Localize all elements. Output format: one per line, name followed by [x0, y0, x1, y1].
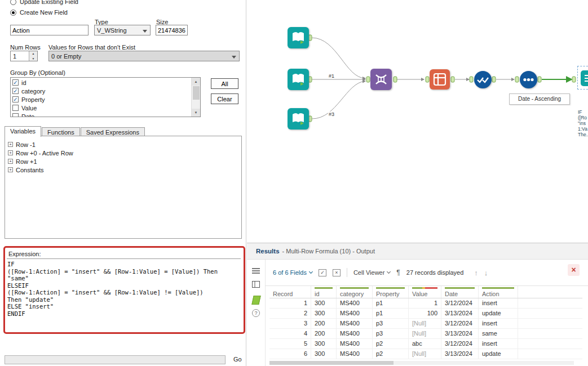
group-by-label: Group By (Optional) — [10, 69, 65, 76]
table-cell: p3 — [373, 329, 409, 338]
formula-tool-annotation: IF ([Ro "ins 1:Va The.. — [578, 109, 588, 137]
checkbox-unchecked-icon[interactable] — [12, 113, 19, 117]
num-rows-stepper[interactable]: 1 ▲ ▼ — [10, 51, 38, 61]
select-all-icon[interactable]: ✓ — [319, 269, 326, 276]
radio-create-new-field[interactable]: Create New Field — [10, 9, 68, 16]
radio-icon[interactable] — [10, 0, 16, 5]
formula-icon — [578, 66, 588, 90]
down-arrow-icon[interactable]: ↓ — [484, 269, 488, 277]
table-row[interactable]: 1300MS400p113/12/2024insert — [269, 298, 582, 309]
alteryx-designer-window: Update Existing Field Create New Field T… — [0, 0, 588, 366]
expand-icon[interactable]: + — [8, 159, 13, 164]
column-header-action[interactable]: Action — [479, 286, 518, 298]
data-quality-bar — [340, 287, 369, 289]
column-header-category[interactable]: category — [337, 286, 373, 298]
workflow-canvas[interactable]: #1 #3 Date - Ascending IF ([Ro "ins 1:Va… — [247, 0, 588, 243]
fields-dropdown[interactable]: 6 of 6 Fields — [273, 269, 312, 276]
menu-icon[interactable] — [252, 267, 261, 275]
sort-tool[interactable] — [474, 71, 492, 88]
column-header-label: Property — [376, 290, 405, 298]
clear-button[interactable]: Clear — [211, 93, 238, 104]
data-quality-bar — [376, 287, 405, 289]
column-header-id[interactable]: id — [311, 286, 337, 298]
layout-panel-icon[interactable] — [252, 281, 261, 289]
input-data-tool-1[interactable] — [288, 27, 309, 48]
new-field-name-input[interactable] — [10, 25, 89, 35]
connection-input3-formula[interactable] — [312, 81, 365, 119]
column-header-record[interactable]: Record — [269, 286, 311, 298]
groupby-item-date[interactable]: Date — [11, 112, 191, 117]
data-quality-bar — [482, 287, 514, 289]
data-quality-bar — [445, 287, 475, 289]
table-cell: 3 — [269, 319, 311, 328]
whitespace-toggle-icon[interactable]: ¶ — [396, 269, 400, 276]
table-row[interactable]: 4200MS400p3[Null]3/13/2024same — [269, 329, 582, 339]
groupby-item-property[interactable]: ✓Property — [11, 95, 191, 104]
formula-tool-partial[interactable] — [577, 66, 588, 90]
data-quality-bar — [273, 287, 307, 289]
checkbox-checked-icon[interactable]: ✓ — [12, 79, 19, 86]
results-sidebar: ? — [247, 260, 266, 366]
column-header-date[interactable]: Date — [441, 286, 479, 298]
scrollbar-thumb[interactable] — [193, 86, 200, 100]
up-arrow-icon[interactable]: ↑ — [474, 269, 478, 277]
checkbox-checked-icon[interactable]: ✓ — [12, 88, 19, 94]
input-data-tool-3[interactable] — [288, 108, 309, 130]
deselect-all-icon[interactable]: × — [333, 269, 341, 276]
spin-down-icon[interactable]: ▼ — [29, 56, 37, 61]
expand-icon[interactable]: + — [8, 167, 13, 172]
radio-update-existing-field[interactable]: Update Existing Field — [10, 0, 78, 5]
multi-row-formula-tool[interactable] — [370, 69, 392, 90]
column-header-property[interactable]: Property — [373, 286, 409, 298]
search-input[interactable] — [5, 355, 226, 364]
expression-editor[interactable]: IF ([Row-1:Action] = "insert" && [Row-1:… — [7, 261, 241, 317]
type-dropdown[interactable]: V_WString — [94, 25, 151, 35]
scroll-up-icon[interactable]: ▲ — [192, 78, 200, 86]
output-anchor-icon[interactable] — [251, 296, 260, 305]
table-row[interactable]: 2300MS400p11003/13/2024update — [269, 309, 582, 319]
group-by-listbox[interactable]: ✓id✓category✓PropertyValueDate ▲ ▼ — [10, 77, 201, 117]
close-icon[interactable]: × — [568, 264, 580, 276]
tab-variables[interactable]: Variables — [5, 126, 41, 137]
cell-viewer-dropdown[interactable]: Cell Viewer — [353, 269, 390, 276]
expand-icon[interactable]: + — [8, 150, 13, 155]
table-row[interactable]: 6300MS400p2[Null]3/13/2024update — [269, 349, 582, 359]
tree-item-constants[interactable]: +Constants — [8, 166, 238, 174]
variables-tree-panel[interactable]: +Row -1+Row +0 - Active Row+Row +1+Const… — [5, 136, 242, 239]
table-cell: [Null] — [409, 329, 441, 338]
data-quality-bar — [412, 287, 437, 289]
num-rows-label: Num Rows — [10, 44, 41, 51]
checkbox-checked-icon[interactable]: ✓ — [12, 96, 19, 102]
horizontal-scrollbar[interactable] — [269, 361, 574, 365]
summarize-tool[interactable] — [520, 71, 537, 88]
all-button[interactable]: All — [211, 78, 238, 89]
expand-icon[interactable]: + — [8, 142, 13, 147]
column-header-value[interactable]: Value — [409, 286, 441, 298]
groupby-item-id[interactable]: ✓id — [11, 78, 191, 87]
table-cell: 300 — [311, 349, 337, 359]
scrollbar-thumb[interactable] — [269, 361, 394, 365]
listbox-scrollbar[interactable]: ▲ ▼ — [191, 78, 200, 117]
size-input[interactable] — [156, 25, 188, 35]
table-cell: insert — [479, 298, 518, 308]
spin-up-icon[interactable]: ▲ — [29, 51, 37, 56]
connection-input1-formula[interactable] — [312, 38, 365, 78]
sort-tool-annotation[interactable]: Date - Ascending — [509, 93, 570, 105]
groupby-item-value[interactable]: Value — [11, 104, 191, 112]
help-icon[interactable]: ? — [252, 309, 260, 317]
radio-selected-icon[interactable] — [10, 10, 16, 16]
results-toolbar: 6 of 6 Fields ✓ × Cell Viewer ¶ 27 recor… — [266, 260, 588, 286]
table-row[interactable]: 5300MS400p2abc3/12/2024insert — [269, 339, 582, 349]
table-cell: p2 — [373, 339, 409, 349]
tree-item-row-1[interactable]: +Row +1 — [8, 157, 238, 166]
input-data-tool-2[interactable] — [288, 69, 309, 90]
values-rows-dropdown[interactable]: 0 or Empty — [48, 51, 240, 61]
tree-item-row-1[interactable]: +Row -1 — [8, 140, 238, 149]
table-row[interactable]: 3200MS400p3[Null]3/12/2024insert — [269, 319, 582, 329]
tree-item-row-0-active-row[interactable]: +Row +0 - Active Row — [8, 149, 238, 157]
cross-tab-tool[interactable] — [430, 69, 450, 90]
scroll-down-icon[interactable]: ▼ — [192, 109, 200, 117]
checkbox-unchecked-icon[interactable] — [12, 105, 19, 111]
go-button[interactable]: Go — [233, 356, 242, 363]
groupby-item-category[interactable]: ✓category — [11, 87, 191, 95]
